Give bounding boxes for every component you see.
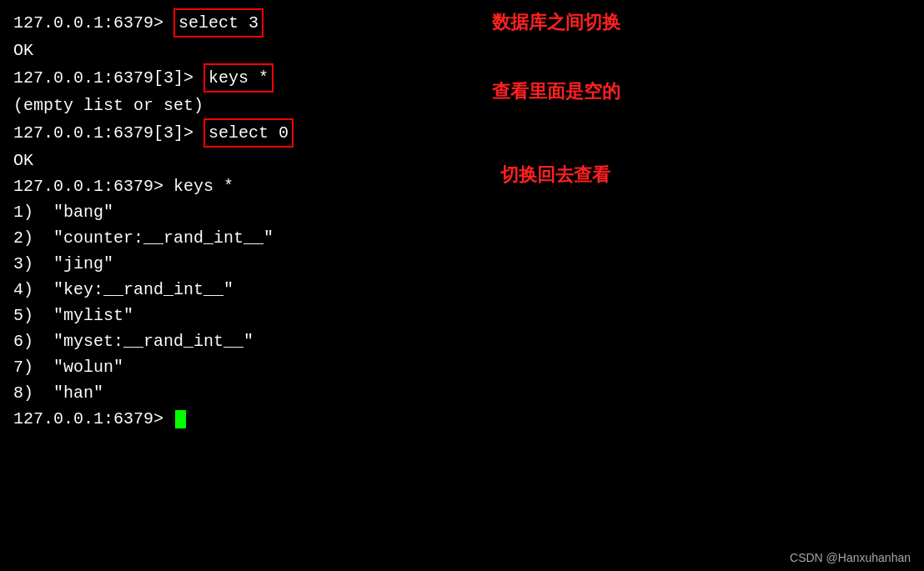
terminal-line-2: OK [13, 38, 911, 63]
prompt-16: 127.0.0.1:6379> [13, 406, 173, 432]
terminal-line-14: 7) "wolun" [13, 354, 911, 380]
terminal-line-3: 127.0.0.1:6379[3]> keys * [13, 63, 911, 93]
annotation-2: 查看里面是空的 [492, 79, 620, 104]
terminal-line-16: 127.0.0.1:6379> [13, 406, 911, 432]
prompt-1: 127.0.0.1:6379> [13, 10, 173, 36]
terminal-line-15: 8) "han" [13, 380, 911, 406]
command-keys: keys * [203, 63, 274, 93]
terminal-line-9: 2) "counter:__rand_int__" [13, 225, 911, 251]
empty-list-text: (empty list or set) [13, 93, 203, 118]
prompt-3: 127.0.0.1:6379[3]> [13, 65, 203, 91]
terminal-line-1: 127.0.0.1:6379> select 3 [13, 8, 911, 38]
terminal-line-11: 4) "key:__rand_int__" [13, 277, 911, 303]
terminal-line-4: (empty list or set) [13, 93, 911, 118]
terminal-line-6: OK [13, 148, 911, 173]
ok-text-2: OK [13, 148, 33, 173]
annotation-3: 切换回去查看 [500, 163, 610, 188]
command-select3: select 3 [173, 8, 264, 38]
annotation-1: 数据库之间切换 [492, 10, 620, 35]
key-result-5: 5) "mylist" [13, 303, 133, 328]
terminal-cursor [175, 410, 186, 428]
key-result-4: 4) "key:__rand_int__" [13, 277, 234, 303]
command-select0: select 0 [203, 118, 294, 148]
ok-text-1: OK [13, 38, 33, 63]
terminal-line-8: 1) "bang" [13, 199, 911, 225]
terminal-line-12: 5) "mylist" [13, 303, 911, 328]
key-result-8: 8) "han" [13, 380, 103, 406]
key-result-1: 1) "bang" [13, 199, 113, 225]
key-result-7: 7) "wolun" [13, 354, 123, 380]
terminal-line-7: 127.0.0.1:6379> keys * [13, 173, 911, 199]
watermark: CSDN @Hanxuhanhan [790, 551, 911, 564]
key-result-3: 3) "jing" [13, 251, 113, 277]
prompt-7: 127.0.0.1:6379> [13, 173, 173, 199]
key-result-2: 2) "counter:__rand_int__" [13, 225, 274, 251]
terminal-line-13: 6) "myset:__rand_int__" [13, 328, 911, 354]
command-keys2: keys * [173, 173, 234, 199]
terminal-line-10: 3) "jing" [13, 251, 911, 277]
key-result-6: 6) "myset:__rand_int__" [13, 328, 254, 354]
terminal-window: 127.0.0.1:6379> select 3 OK 127.0.0.1:63… [0, 0, 924, 571]
terminal-line-5: 127.0.0.1:6379[3]> select 0 [13, 118, 911, 148]
prompt-5: 127.0.0.1:6379[3]> [13, 120, 203, 146]
